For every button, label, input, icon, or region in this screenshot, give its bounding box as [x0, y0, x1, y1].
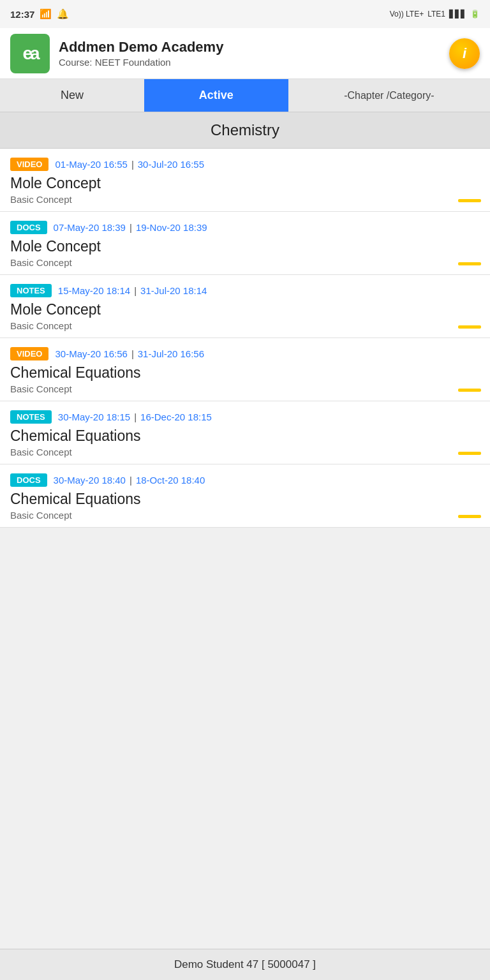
- wifi-icon: 📶: [40, 8, 52, 20]
- item-meta: DOCS 30-May-20 18:40 | 18-Oct-20 18:40: [10, 473, 480, 487]
- item-meta: DOCS 07-May-20 18:39 | 19-Nov-20 18:39: [10, 221, 480, 234]
- info-button[interactable]: i: [449, 38, 480, 69]
- item-subtitle: Basic Concept: [10, 510, 480, 521]
- notification-icon: 🔔: [57, 8, 69, 20]
- item-date-range: 07-May-20 18:39 | 19-Nov-20 18:39: [54, 222, 207, 233]
- item-badge: VIDEO: [10, 158, 48, 171]
- item-date-end: 31-Jul-20 18:14: [140, 285, 207, 296]
- footer-bar: Demo Student 47 [ 5000047 ]: [0, 949, 490, 980]
- carrier-text: LTE1: [427, 10, 445, 19]
- status-time: 12:37: [10, 9, 34, 20]
- item-progress-indicator: [458, 199, 481, 202]
- tab-active[interactable]: Active: [144, 79, 288, 112]
- content-list: VIDEO 01-May-20 16:55 | 30-Jul-20 16:55 …: [0, 149, 490, 528]
- list-item[interactable]: NOTES 30-May-20 18:15 | 16-Dec-20 18:15 …: [0, 401, 490, 464]
- signal-bars-icon: ▋▋▋: [449, 10, 466, 19]
- status-bar: 12:37 📶 🔔 Vo)) LTE+ LTE1 ▋▋▋ 🔋: [0, 0, 490, 28]
- item-date-range: 30-May-20 16:56 | 31-Jul-20 16:56: [55, 348, 204, 359]
- tab-new[interactable]: New: [0, 79, 144, 112]
- tab-bar: New Active -Chapter /Category-: [0, 79, 490, 112]
- signal-text: Vo)) LTE+: [390, 10, 424, 19]
- battery-icon: 🔋: [470, 10, 480, 19]
- item-meta: VIDEO 30-May-20 16:56 | 31-Jul-20 16:56: [10, 347, 480, 360]
- course-subtitle: Course: NEET Foundation: [59, 57, 223, 68]
- item-badge: NOTES: [10, 284, 52, 297]
- app-title: Addmen Demo Academy: [59, 39, 223, 56]
- item-badge: NOTES: [10, 410, 52, 424]
- item-progress-indicator: [458, 389, 481, 392]
- item-date-start: 15-May-20 18:14: [58, 285, 130, 296]
- item-title: Chemical Equations: [10, 491, 480, 508]
- item-date-start: 30-May-20 16:56: [55, 348, 127, 359]
- item-date-range: 30-May-20 18:40 | 18-Oct-20 18:40: [54, 475, 205, 486]
- item-subtitle: Basic Concept: [10, 257, 480, 268]
- list-item[interactable]: VIDEO 30-May-20 16:56 | 31-Jul-20 16:56 …: [0, 338, 490, 401]
- item-meta: NOTES 30-May-20 18:15 | 16-Dec-20 18:15: [10, 410, 480, 424]
- item-progress-indicator: [458, 515, 481, 518]
- list-item[interactable]: VIDEO 01-May-20 16:55 | 30-Jul-20 16:55 …: [0, 149, 490, 212]
- date-separator: |: [134, 285, 137, 296]
- item-meta: VIDEO 01-May-20 16:55 | 30-Jul-20 16:55: [10, 158, 480, 171]
- item-date-range: 15-May-20 18:14 | 31-Jul-20 18:14: [58, 285, 207, 296]
- item-date-start: 07-May-20 18:39: [54, 222, 126, 233]
- item-title: Chemical Equations: [10, 364, 480, 382]
- tab-category[interactable]: -Chapter /Category-: [288, 79, 490, 112]
- list-item[interactable]: DOCS 07-May-20 18:39 | 19-Nov-20 18:39 M…: [0, 212, 490, 275]
- date-separator: |: [130, 475, 132, 486]
- item-progress-indicator: [458, 325, 481, 329]
- item-date-start: 01-May-20 16:55: [55, 159, 127, 170]
- date-separator: |: [130, 222, 132, 233]
- item-badge: DOCS: [10, 221, 47, 234]
- item-subtitle: Basic Concept: [10, 447, 480, 457]
- item-date-range: 01-May-20 16:55 | 30-Jul-20 16:55: [55, 159, 204, 170]
- item-date-start: 30-May-20 18:15: [58, 412, 130, 422]
- item-badge: VIDEO: [10, 347, 48, 360]
- item-meta: NOTES 15-May-20 18:14 | 31-Jul-20 18:14: [10, 284, 480, 297]
- item-date-end: 19-Nov-20 18:39: [136, 222, 207, 233]
- item-date-range: 30-May-20 18:15 | 16-Dec-20 18:15: [58, 412, 212, 422]
- item-date-end: 31-Jul-20 16:56: [138, 348, 204, 359]
- list-item[interactable]: NOTES 15-May-20 18:14 | 31-Jul-20 18:14 …: [0, 275, 490, 338]
- item-title: Mole Concept: [10, 238, 480, 255]
- item-date-end: 16-Dec-20 18:15: [140, 412, 212, 422]
- item-subtitle: Basic Concept: [10, 320, 480, 331]
- item-date-end: 30-Jul-20 16:55: [138, 159, 204, 170]
- footer-text: Demo Student 47 [ 5000047 ]: [174, 958, 316, 970]
- app-header: ea Addmen Demo Academy Course: NEET Foun…: [0, 28, 490, 79]
- item-title: Chemical Equations: [10, 427, 480, 445]
- item-date-end: 18-Oct-20 18:40: [136, 475, 205, 486]
- item-subtitle: Basic Concept: [10, 383, 480, 394]
- section-title: Chemistry: [0, 112, 490, 149]
- item-badge: DOCS: [10, 473, 47, 487]
- item-subtitle: Basic Concept: [10, 194, 480, 205]
- item-title: Mole Concept: [10, 175, 480, 192]
- app-logo: ea: [10, 34, 50, 73]
- date-separator: |: [134, 412, 137, 422]
- item-title: Mole Concept: [10, 301, 480, 318]
- list-item[interactable]: DOCS 30-May-20 18:40 | 18-Oct-20 18:40 C…: [0, 464, 490, 528]
- date-separator: |: [131, 159, 134, 170]
- item-progress-indicator: [458, 452, 481, 455]
- item-date-start: 30-May-20 18:40: [54, 475, 126, 486]
- item-progress-indicator: [458, 262, 481, 265]
- date-separator: |: [131, 348, 134, 359]
